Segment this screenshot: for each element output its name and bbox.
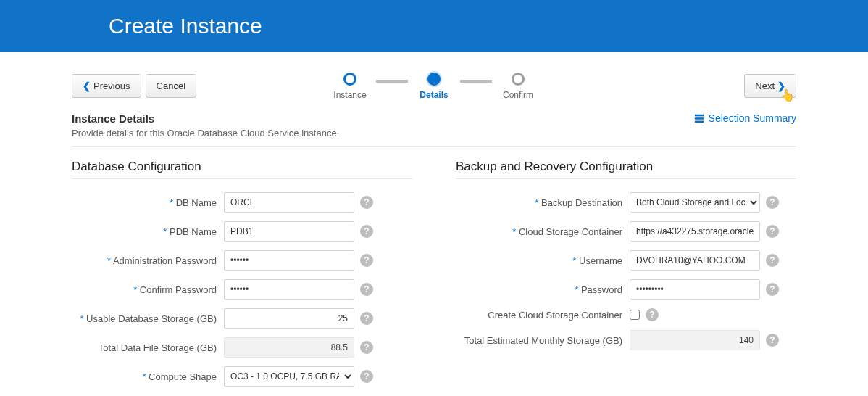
next-label: Next — [755, 81, 775, 91]
help-icon[interactable]: ? — [360, 254, 373, 267]
step-label: Details — [420, 90, 448, 100]
help-icon[interactable]: ? — [360, 225, 373, 238]
username-label: Username — [456, 255, 630, 266]
create-container-checkbox[interactable] — [630, 310, 640, 320]
wizard-step-confirm[interactable]: Confirm — [492, 73, 544, 100]
step-label: Instance — [333, 90, 366, 100]
wizard-step-instance[interactable]: Instance — [324, 73, 376, 100]
summary-icon — [694, 113, 704, 123]
compute-shape-label: Compute Shape — [72, 371, 224, 382]
help-icon[interactable]: ? — [360, 283, 373, 296]
svg-rect-2 — [694, 121, 703, 123]
cloud-container-label: Cloud Storage Container — [456, 226, 630, 237]
pdb-name-input[interactable] — [224, 221, 354, 242]
admin-password-label: Administration Password — [72, 255, 224, 266]
admin-password-input[interactable] — [224, 250, 354, 271]
chevron-left-icon: ❮ — [83, 81, 91, 91]
cancel-button[interactable]: Cancel — [146, 74, 196, 98]
help-icon[interactable]: ? — [360, 341, 373, 354]
total-storage-label: Total Data File Storage (GB) — [72, 342, 224, 353]
section-title: Instance Details — [72, 112, 339, 125]
confirm-password-input[interactable] — [224, 279, 354, 300]
cancel-label: Cancel — [157, 81, 185, 91]
svg-rect-0 — [694, 115, 703, 117]
help-icon[interactable]: ? — [360, 196, 373, 209]
compute-shape-select[interactable]: OC3 - 1.0 OCPU, 7.5 GB RAM — [224, 366, 354, 387]
password-input[interactable] — [630, 279, 760, 300]
wizard-step-details[interactable]: Details — [408, 73, 460, 100]
help-icon[interactable]: ? — [766, 334, 779, 347]
chevron-right-icon: ❯ — [777, 81, 785, 91]
help-icon[interactable]: ? — [360, 312, 373, 325]
section-subtitle: Provide details for this Oracle Database… — [72, 128, 339, 139]
action-bar: ❮ Previous Cancel Instance Details Confi… — [72, 52, 796, 112]
next-button[interactable]: Next ❯ — [744, 74, 796, 98]
db-config-heading: Database Configuration — [72, 160, 412, 179]
step-connector — [376, 80, 408, 83]
help-icon[interactable]: ? — [766, 196, 779, 209]
pdb-name-label: PDB Name — [72, 226, 224, 237]
step-circle-icon — [343, 73, 356, 86]
database-config-panel: Database Configuration DB Name ? PDB Nam… — [72, 160, 412, 395]
step-circle-icon — [512, 73, 525, 86]
password-label: Password — [456, 284, 630, 295]
step-connector — [460, 80, 492, 83]
backup-destination-label: Backup Destination — [456, 197, 630, 208]
selection-summary-link[interactable]: Selection Summary — [694, 112, 796, 124]
wizard-steps: Instance Details Confirm — [324, 73, 544, 100]
svg-rect-1 — [694, 117, 703, 120]
help-icon[interactable]: ? — [646, 308, 659, 321]
create-container-label: Create Cloud Storage Container — [456, 310, 630, 321]
step-circle-icon — [427, 73, 441, 86]
cloud-container-input[interactable] — [630, 221, 760, 242]
previous-button[interactable]: ❮ Previous — [72, 74, 141, 98]
backup-config-heading: Backup and Recovery Configuration — [456, 160, 796, 179]
section-header: Instance Details Provide details for thi… — [72, 112, 339, 139]
db-name-label: DB Name — [72, 197, 224, 208]
total-storage-output — [224, 337, 354, 358]
page-banner: Create Instance — [0, 0, 868, 52]
page-title: Create Instance — [109, 14, 262, 38]
step-label: Confirm — [503, 90, 533, 100]
backup-config-panel: Backup and Recovery Configuration Backup… — [456, 160, 796, 395]
help-icon[interactable]: ? — [766, 283, 779, 296]
backup-destination-select[interactable]: Both Cloud Storage and Local — [630, 192, 760, 213]
confirm-password-label: Confirm Password — [72, 284, 224, 295]
est-storage-output — [630, 330, 760, 350]
db-name-input[interactable] — [224, 192, 354, 213]
help-icon[interactable]: ? — [766, 254, 779, 267]
previous-label: Previous — [93, 81, 130, 91]
usable-storage-label: Usable Database Storage (GB) — [72, 313, 224, 324]
est-storage-label: Total Estimated Monthly Storage (GB) — [456, 335, 630, 346]
username-input[interactable] — [630, 250, 760, 271]
usable-storage-input[interactable] — [224, 308, 354, 329]
summary-link-label: Selection Summary — [709, 112, 796, 124]
help-icon[interactable]: ? — [766, 225, 779, 238]
help-icon[interactable]: ? — [360, 370, 373, 383]
